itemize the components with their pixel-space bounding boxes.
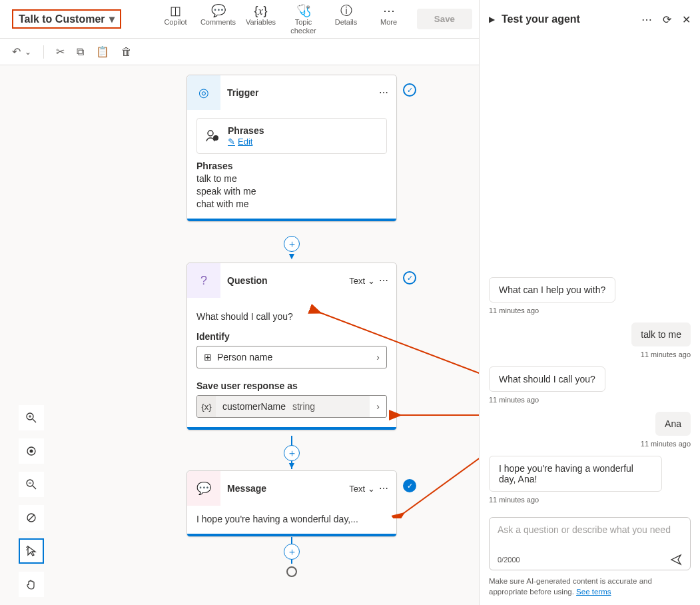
variable-icon: {𝑥} (254, 3, 267, 18)
phrase-item: talk to me (196, 173, 387, 184)
collapse-panel-button[interactable]: ▶ (489, 15, 495, 24)
edit-phrases-link[interactable]: ✎Edit (228, 137, 252, 147)
comments-label: Comments (200, 18, 236, 26)
timestamp: 11 minutes ago (489, 496, 539, 504)
char-counter: 0/2000 (498, 556, 520, 564)
save-button[interactable]: Save (417, 9, 472, 29)
checkmark-filled-icon: ✓ (403, 479, 416, 492)
svg-point-1 (213, 135, 218, 141)
comments-button[interactable]: 💬 Comments (204, 3, 233, 34)
variable-type: string (292, 401, 315, 412)
variables-label: Variables (246, 18, 276, 26)
question-title: Question (227, 275, 349, 286)
topic-checker-button[interactable]: 🩺 Topicchecker (289, 3, 318, 34)
canvas[interactable]: ◎ Trigger ⋯ Phrases ✎Edit Phrases (0, 65, 479, 605)
zoom-out-button[interactable] (19, 472, 44, 497)
message-text[interactable]: I hope you're having a wonderful day,... (196, 514, 387, 524)
copilot-icon: ◫ (170, 3, 181, 18)
delete-button[interactable]: 🗑 (121, 46, 132, 58)
svg-line-18 (29, 515, 34, 520)
paste-button[interactable]: 📋 (96, 45, 109, 58)
chat-icon: 💬 (187, 471, 220, 506)
phrases-label: Phrases (228, 125, 264, 136)
zoom-toolbar (19, 405, 44, 597)
user-message: Ana (655, 412, 691, 436)
timestamp: 11 minutes ago (641, 440, 691, 448)
copy-button[interactable]: ⧉ (77, 46, 84, 58)
undo-button[interactable]: ↶ (12, 45, 21, 58)
type-select[interactable]: Text⌄ (349, 276, 375, 286)
pencil-icon: ✎ (228, 137, 235, 147)
node-menu-button[interactable]: ⋯ (379, 275, 388, 286)
trigger-node[interactable]: ◎ Trigger ⋯ Phrases ✎Edit Phrases (186, 75, 397, 222)
send-button[interactable] (670, 554, 682, 566)
chat-input[interactable]: Ask a question or describe what you need… (489, 517, 691, 570)
fit-button[interactable] (19, 438, 44, 464)
variable-name: customerName (222, 401, 286, 412)
undo-chevron-icon[interactable]: ⌄ (25, 47, 31, 57)
checkmark-icon: ✓ (403, 271, 416, 285)
entity-icon: ⊞ (204, 352, 212, 362)
more-label: More (380, 18, 397, 26)
topbar: Talk to Customer ▾ ◫ Copilot 💬 Comments … (0, 0, 479, 39)
topic-title-dropdown[interactable]: Talk to Customer ▾ (12, 9, 121, 29)
more-button[interactable]: ⋯ More (374, 3, 404, 34)
person-speech-icon (205, 129, 220, 143)
arrow-down-icon: ▼ (287, 460, 296, 470)
node-menu-button[interactable]: ⋯ (379, 483, 388, 494)
chat-area: What can I help you with? 11 minutes ago… (480, 39, 700, 570)
arrow-down-icon: ▼ (287, 251, 296, 261)
chevron-down-icon: ▾ (109, 13, 115, 25)
node-menu-button[interactable]: ⋯ (379, 87, 388, 98)
test-panel: ▶ Test your agent ⋯ ⟳ ✕ What can I help … (480, 0, 700, 605)
more-icon[interactable]: ⋯ (641, 13, 652, 26)
chevron-down-icon: ⌄ (368, 484, 375, 494)
phrases-card: Phrases ✎Edit (196, 118, 387, 154)
more-icon: ⋯ (383, 3, 395, 18)
trigger-title: Trigger (227, 87, 379, 98)
action-bar: ↶ ⌄ ✂ ⧉ 📋 🗑 (0, 39, 479, 65)
reset-view-button[interactable] (19, 505, 44, 530)
variables-button[interactable]: {𝑥} Variables (246, 3, 276, 34)
chevron-right-icon: › (376, 352, 380, 362)
lightbulb-icon: ◎ (187, 75, 220, 110)
zoom-in-button[interactable] (19, 405, 44, 430)
topic-title: Talk to Customer (19, 13, 105, 25)
see-terms-link[interactable]: See terms (576, 588, 611, 596)
svg-line-15 (33, 486, 36, 489)
bot-message: What can I help you with? (489, 277, 615, 302)
svg-line-9 (33, 419, 36, 422)
add-node-button[interactable]: ＋ (284, 445, 300, 461)
save-as-label: Save user response as (196, 380, 387, 391)
variable-picker[interactable]: {x} customerName string › (196, 395, 387, 418)
add-node-button[interactable]: ＋ (284, 544, 300, 560)
message-node[interactable]: 💬 Message Text⌄ ⋯ I hope you're having a… (186, 470, 397, 537)
details-button[interactable]: ⓘ Details (332, 3, 361, 34)
close-icon[interactable]: ✕ (682, 13, 691, 26)
variable-brace-icon: {x} (197, 396, 216, 417)
timestamp: 11 minutes ago (641, 350, 691, 358)
selection-tool-button[interactable] (19, 538, 44, 564)
question-prompt[interactable]: What should I call you? (196, 306, 387, 327)
phrase-item: speak with me (196, 186, 387, 197)
test-panel-title: Test your agent (502, 13, 631, 25)
svg-point-0 (208, 131, 213, 136)
question-node[interactable]: ? Question Text⌄ ⋯ What should I call yo… (186, 263, 397, 430)
stethoscope-icon: 🩺 (296, 3, 311, 18)
type-select[interactable]: Text⌄ (349, 484, 375, 494)
cut-button[interactable]: ✂ (56, 45, 65, 58)
pan-tool-button[interactable] (19, 572, 44, 597)
identify-value: Person name (217, 352, 272, 362)
message-title: Message (227, 483, 349, 494)
toolbar-group: ◫ Copilot 💬 Comments {𝑥} Variables 🩺 Top… (161, 3, 404, 34)
phrases-heading: Phrases (196, 161, 387, 171)
refresh-icon[interactable]: ⟳ (663, 13, 671, 26)
details-label: Details (335, 18, 358, 26)
user-message: talk to me (631, 322, 691, 346)
bot-message: I hope you're having a wonderful day, An… (489, 456, 662, 492)
phrase-item: chat with me (196, 199, 387, 209)
chat-input-placeholder: Ask a question or describe what you need (498, 524, 682, 551)
add-node-button[interactable]: ＋ (284, 236, 300, 252)
identify-picker[interactable]: ⊞ Person name › (196, 346, 387, 368)
copilot-button[interactable]: ◫ Copilot (161, 3, 190, 34)
